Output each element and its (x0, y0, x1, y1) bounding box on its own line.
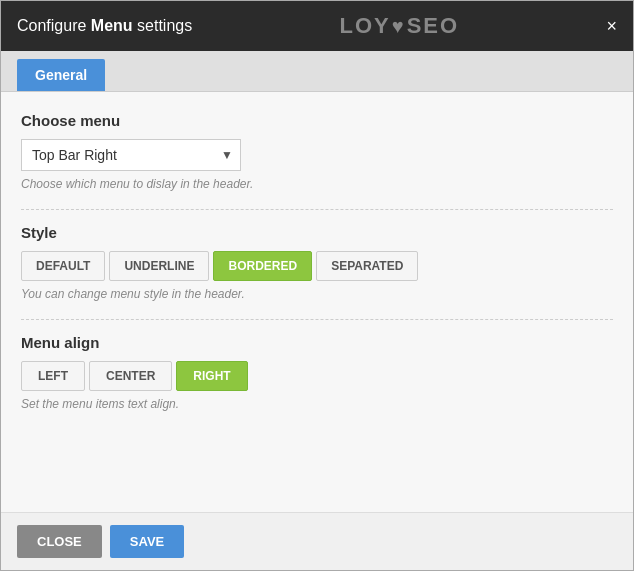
menu-align-label: Menu align (21, 334, 613, 351)
align-btn-center[interactable]: CENTER (89, 361, 172, 391)
style-section: Style DEFAULT UNDERLINE BORDERED SEPARAT… (21, 224, 613, 301)
choose-menu-hint: Choose which menu to dislay in the heade… (21, 177, 613, 191)
choose-menu-section: Choose menu Top Bar Right Top Bar Left M… (21, 112, 613, 191)
modal-body: Choose menu Top Bar Right Top Bar Left M… (1, 92, 633, 512)
style-btn-default[interactable]: DEFAULT (21, 251, 105, 281)
style-hint: You can change menu style in the header. (21, 287, 613, 301)
align-btn-right[interactable]: RIGHT (176, 361, 247, 391)
heart-icon: ♥ (392, 15, 406, 38)
modal-title: Configure Menu settings (17, 17, 192, 35)
tab-general[interactable]: General (17, 59, 105, 91)
style-label: Style (21, 224, 613, 241)
align-btn-group: LEFT CENTER RIGHT (21, 361, 613, 391)
style-btn-separated[interactable]: SEPARATED (316, 251, 418, 281)
menu-select-wrapper: Top Bar Right Top Bar Left Main Menu Foo… (21, 139, 241, 171)
tabs-bar: General (1, 51, 633, 92)
modal-close-button[interactable]: × (606, 17, 617, 35)
modal-header: Configure Menu settings LOY♥SEO × (1, 1, 633, 51)
modal-footer: CLOSE SAVE (1, 512, 633, 570)
divider-2 (21, 319, 613, 320)
divider-1 (21, 209, 613, 210)
menu-select[interactable]: Top Bar Right Top Bar Left Main Menu Foo… (21, 139, 241, 171)
modal: Configure Menu settings LOY♥SEO × Genera… (0, 0, 634, 571)
close-button[interactable]: CLOSE (17, 525, 102, 558)
save-button[interactable]: SAVE (110, 525, 184, 558)
logo: LOY♥SEO (340, 13, 460, 39)
align-btn-left[interactable]: LEFT (21, 361, 85, 391)
style-btn-group: DEFAULT UNDERLINE BORDERED SEPARATED (21, 251, 613, 281)
menu-align-hint: Set the menu items text align. (21, 397, 613, 411)
style-btn-underline[interactable]: UNDERLINE (109, 251, 209, 281)
style-btn-bordered[interactable]: BORDERED (213, 251, 312, 281)
menu-align-section: Menu align LEFT CENTER RIGHT Set the men… (21, 334, 613, 411)
choose-menu-label: Choose menu (21, 112, 613, 129)
